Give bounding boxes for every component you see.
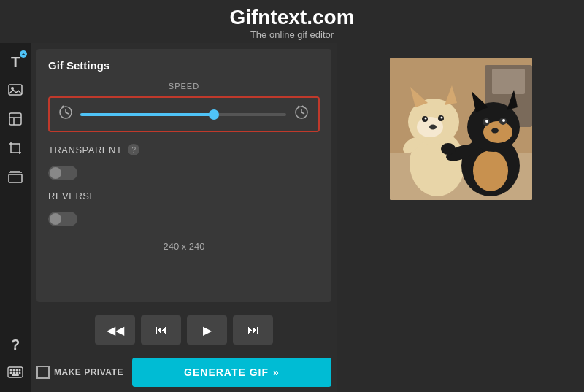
rewind-icon: ◀◀ [107, 323, 124, 337]
step-forward-button[interactable]: ⏭ [233, 315, 273, 345]
reverse-label: REVERSE [48, 191, 96, 201]
transparent-label: TRANSPARENT [48, 145, 122, 155]
speed-slider-thumb[interactable] [209, 109, 219, 120]
slow-speed-icon [58, 105, 73, 123]
step-back-button[interactable]: ⏮ [141, 315, 181, 345]
keyboard-button[interactable] [2, 361, 28, 387]
make-private-area: MAKE PRIVATE [36, 366, 123, 379]
transparent-toggle-knob [50, 167, 61, 179]
fast-speed-icon [293, 105, 310, 123]
crop-tool-button[interactable] [2, 137, 28, 163]
gif-preview-image [390, 58, 532, 200]
generate-gif-icon: » [273, 366, 280, 378]
reverse-toggle-knob [50, 213, 61, 225]
svg-point-35 [440, 117, 442, 119]
help-button[interactable]: ? [2, 331, 28, 358]
rewind-button[interactable]: ◀◀ [95, 315, 135, 345]
make-private-checkbox[interactable] [36, 366, 50, 379]
frames-tool-button[interactable] [2, 166, 28, 192]
text-tool-badge: + [20, 50, 27, 58]
svg-point-50 [441, 143, 456, 155]
svg-point-48 [491, 128, 499, 134]
transparent-help-icon[interactable]: ? [128, 144, 139, 155]
step-back-icon: ⏮ [155, 323, 167, 337]
right-panel [337, 43, 584, 392]
step-forward-icon: ⏭ [247, 323, 259, 337]
speed-control-box [48, 96, 320, 132]
svg-rect-2 [9, 113, 21, 125]
image-icon [8, 82, 23, 101]
playback-controls: ◀◀ ⏮ ▶ ⏭ [31, 308, 337, 352]
center-panel: Gif Settings SPEED [31, 43, 337, 392]
svg-point-36 [429, 125, 437, 130]
bottom-bar: MAKE PRIVATE GENERATE GIF » [31, 352, 337, 392]
make-private-label: MAKE PRIVATE [54, 367, 123, 377]
svg-line-22 [302, 106, 304, 107]
panel-title: Gif Settings [48, 59, 320, 72]
reverse-row: REVERSE [48, 191, 320, 201]
svg-rect-26 [492, 69, 525, 94]
image-tool-button[interactable] [2, 78, 28, 104]
left-toolbar: T + [0, 43, 31, 392]
svg-point-46 [485, 120, 488, 123]
text-tool-button[interactable]: T + [2, 49, 28, 75]
speed-slider-fill [80, 113, 214, 116]
transparent-toggle[interactable] [48, 166, 77, 180]
svg-line-19 [62, 106, 64, 107]
generate-gif-label: GENERATE GIF [184, 366, 269, 378]
text-icon: T [11, 54, 20, 71]
main-layout: T + [0, 43, 584, 392]
header: Gifntext.com The online gif editor [0, 0, 584, 43]
svg-point-39 [473, 150, 508, 191]
site-subtitle: The online gif editor [0, 29, 584, 40]
site-title: Gifntext.com [0, 6, 584, 29]
sticker-tool-button[interactable] [2, 107, 28, 134]
gif-preview [390, 58, 532, 200]
frames-icon [8, 171, 23, 188]
speed-label: SPEED [48, 82, 320, 91]
svg-rect-0 [9, 85, 22, 95]
crop-icon [8, 141, 23, 159]
svg-line-21 [298, 106, 299, 107]
sticker-icon [8, 112, 23, 130]
help-icon: ? [11, 337, 20, 353]
keyboard-icon [7, 366, 23, 382]
speed-slider[interactable] [80, 113, 286, 116]
reverse-toggle[interactable] [48, 212, 77, 226]
svg-point-34 [424, 118, 426, 120]
svg-point-47 [502, 119, 505, 122]
play-icon: ▶ [203, 323, 212, 337]
generate-gif-button[interactable]: GENERATE GIF » [132, 358, 331, 387]
svg-rect-5 [9, 174, 22, 182]
play-button[interactable]: ▶ [187, 315, 227, 345]
gif-settings-panel: Gif Settings SPEED [36, 49, 331, 302]
dimensions-display: 240 x 240 [48, 241, 320, 252]
transparent-row: TRANSPARENT ? [48, 144, 320, 155]
